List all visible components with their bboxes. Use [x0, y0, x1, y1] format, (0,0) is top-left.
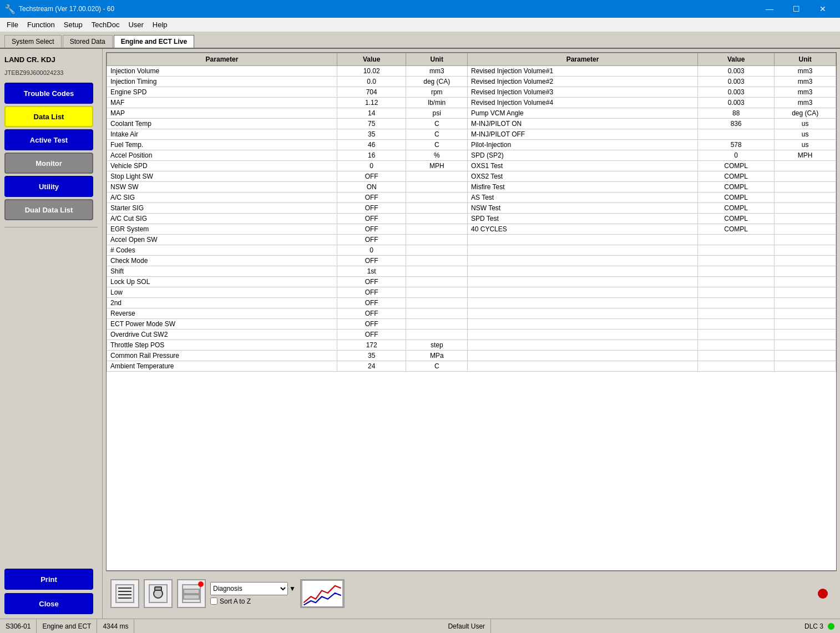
- tab-engine-ect-live[interactable]: Engine and ECT Live: [114, 35, 194, 48]
- status-bar: S306-01 Engine and ECT 4344 ms Default U…: [0, 619, 840, 633]
- table-row: Stop Light SW OFF OXS2 Test COMPL: [107, 171, 836, 182]
- main-data-table: Parameter Value Unit Parameter Value Uni…: [107, 53, 836, 372]
- menu-function[interactable]: Function: [23, 19, 59, 30]
- snapshot-button[interactable]: [144, 579, 173, 608]
- right-unit-header: Unit: [775, 53, 836, 66]
- record-button[interactable]: [177, 579, 206, 608]
- status-system: Engine and ECT: [37, 619, 97, 633]
- right-param-cell: [468, 340, 698, 351]
- print-button[interactable]: Print: [4, 569, 93, 590]
- right-value-cell: COMPL: [697, 203, 774, 214]
- right-value-cell: [697, 266, 774, 277]
- right-param-cell: [468, 235, 698, 245]
- right-unit-cell: [775, 245, 836, 256]
- tab-system-select[interactable]: System Select: [4, 35, 62, 48]
- right-unit-cell: [775, 330, 836, 340]
- minimize-button[interactable]: —: [757, 0, 782, 18]
- left-unit-cell: C: [406, 140, 468, 150]
- data-list-button[interactable]: Data List: [4, 106, 93, 127]
- left-unit-cell: step: [406, 340, 468, 351]
- right-unit-cell: mm3: [775, 87, 836, 98]
- left-param-cell: Stop Light SW: [107, 171, 337, 182]
- active-test-button[interactable]: Active Test: [4, 129, 93, 150]
- right-unit-cell: [775, 361, 836, 372]
- menu-file[interactable]: File: [2, 19, 23, 30]
- right-value-cell: 0: [697, 150, 774, 161]
- trouble-codes-button[interactable]: Trouble Codes: [4, 83, 93, 104]
- left-param-cell: Accel Open SW: [107, 235, 337, 245]
- right-param-cell: [468, 308, 698, 319]
- maximize-button[interactable]: ☐: [783, 0, 809, 18]
- left-unit-cell: %: [406, 150, 468, 161]
- graph-button[interactable]: [300, 579, 345, 608]
- left-value-cell: OFF: [337, 319, 406, 330]
- left-value-cell: OFF: [337, 203, 406, 214]
- status-green-dot: [828, 623, 834, 630]
- right-unit-cell: [775, 277, 836, 287]
- menu-help[interactable]: Help: [148, 19, 172, 30]
- table-row: Ambient Temperature 24 C: [107, 361, 836, 372]
- left-unit-cell: [406, 245, 468, 256]
- left-param-cell: MAP: [107, 108, 337, 119]
- svg-rect-7: [155, 587, 161, 590]
- left-unit-cell: [406, 319, 468, 330]
- table-row: Low OFF: [107, 287, 836, 298]
- right-param-cell: 40 CYCLES: [468, 224, 698, 235]
- left-param-cell: Coolant Temp: [107, 119, 337, 129]
- left-value-cell: OFF: [337, 298, 406, 308]
- table-row: 2nd OFF: [107, 298, 836, 308]
- left-value-cell: 24: [337, 361, 406, 372]
- right-value-cell: [697, 319, 774, 330]
- left-value-cell: 0: [337, 245, 406, 256]
- right-param-cell: Revised Injection Volume#2: [468, 77, 698, 87]
- dual-data-list-button[interactable]: Dual Data List: [4, 199, 93, 220]
- left-value-cell: 14: [337, 108, 406, 119]
- right-unit-cell: [775, 308, 836, 319]
- right-param-cell: M-INJ/PILOT OFF: [468, 129, 698, 140]
- right-param-cell: [468, 351, 698, 361]
- menu-user[interactable]: User: [124, 19, 148, 30]
- title-bar: 🔧 Techstream (Ver 17.00.020) - 60 — ☐ ✕: [0, 0, 840, 18]
- close-button[interactable]: Close: [4, 593, 93, 614]
- list-view-button[interactable]: [110, 579, 139, 608]
- table-row: Injection Volume 10.02 mm3 Revised Injec…: [107, 66, 836, 77]
- table-row: EGR System OFF 40 CYCLES COMPL: [107, 224, 836, 235]
- right-param-cell: M-INJ/PILOT ON: [468, 119, 698, 129]
- menu-setup[interactable]: Setup: [59, 19, 87, 30]
- right-value-cell: [697, 256, 774, 266]
- right-unit-cell: us: [775, 129, 836, 140]
- table-row: Shift 1st: [107, 266, 836, 277]
- left-unit-cell: [406, 266, 468, 277]
- close-window-button[interactable]: ✕: [810, 0, 836, 18]
- right-param-cell: Revised Injection Volume#3: [468, 87, 698, 98]
- tab-stored-data[interactable]: Stored Data: [63, 35, 113, 48]
- left-unit-cell: [406, 214, 468, 224]
- left-param-cell: NSW SW: [107, 182, 337, 193]
- left-unit-cell: [406, 182, 468, 193]
- diagnosis-dropdown[interactable]: Diagnosis: [210, 582, 288, 595]
- table-row: # Codes 0: [107, 245, 836, 256]
- right-unit-cell: [775, 266, 836, 277]
- data-table-container[interactable]: Parameter Value Unit Parameter Value Uni…: [106, 52, 837, 571]
- right-value-cell: COMPL: [697, 214, 774, 224]
- left-unit-cell: [406, 277, 468, 287]
- right-param-cell: [468, 361, 698, 372]
- left-unit-cell: [406, 256, 468, 266]
- sort-checkbox[interactable]: [210, 597, 217, 605]
- bottom-toolbar: Diagnosis ▼ Sort A to Z: [106, 571, 837, 615]
- left-unit-cell: [406, 308, 468, 319]
- left-unit-cell: [406, 193, 468, 203]
- right-param-cell: Revised Injection Volume#1: [468, 66, 698, 77]
- right-param-cell: AS Test: [468, 193, 698, 203]
- table-row: Injection Timing 0.0 deg (CA) Revised In…: [107, 77, 836, 87]
- right-value-cell: [697, 298, 774, 308]
- menu-techdoc[interactable]: TechDoc: [87, 19, 124, 30]
- status-code: S306-01: [0, 619, 37, 633]
- left-unit-cell: mm3: [406, 66, 468, 77]
- utility-button[interactable]: Utility: [4, 176, 93, 197]
- monitor-button[interactable]: Monitor: [4, 153, 93, 174]
- right-unit-cell: [775, 340, 836, 351]
- left-value-cell: ON: [337, 182, 406, 193]
- left-value-cell: OFF: [337, 193, 406, 203]
- right-value-cell: 836: [697, 119, 774, 129]
